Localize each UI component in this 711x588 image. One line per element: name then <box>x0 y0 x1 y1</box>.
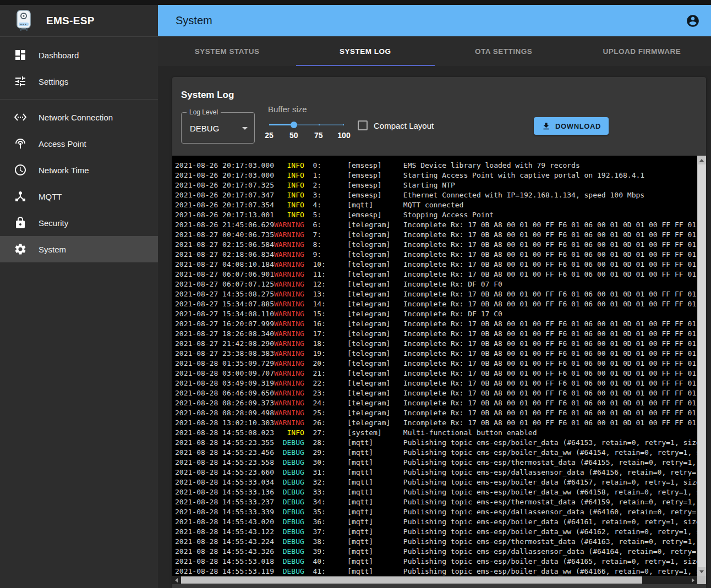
slider-scale: 25 50 75 100 <box>269 131 344 141</box>
scroll-left-button[interactable] <box>172 576 181 584</box>
page-title: System <box>176 14 686 27</box>
account-circle-icon[interactable] <box>686 14 700 28</box>
log-level-label: Log Level <box>187 108 221 116</box>
clock-icon <box>14 163 27 177</box>
sidebar-nav: Dashboard Settings Network Connection Ac… <box>0 37 158 262</box>
scroll-up-button[interactable] <box>697 156 706 164</box>
card-title: System Log <box>181 90 234 101</box>
ethernet-icon <box>14 111 27 124</box>
log-entry: 2021-08-28 01:35:09.729WARNING 20: [tele… <box>175 359 697 369</box>
log-level-select[interactable]: Log Level DEBUG <box>181 112 255 144</box>
log-entry: 2021-08-28 14:55:23.660 DEBUG 31: [mqtt]… <box>175 468 697 477</box>
sidebar-item-settings[interactable]: Settings <box>0 68 158 95</box>
slider-tick-label: 75 <box>314 131 323 140</box>
log-entry: 2021-08-28 14:55:33.136 DEBUG 33: [mqtt]… <box>175 487 697 497</box>
triangle-down-icon <box>699 570 704 573</box>
horizontal-scrollbar[interactable] <box>172 576 697 584</box>
log-entry: 2021-08-27 16:20:07.999WARNING 16: [tele… <box>175 319 697 329</box>
tab-system-log[interactable]: SYSTEM LOG <box>296 36 434 66</box>
log-entry: 2021-08-26 20:17:13.001 INFO 5: [emsesp]… <box>175 210 697 220</box>
download-button-label: DOWNLOAD <box>555 122 601 130</box>
device-hub-icon <box>14 190 27 203</box>
dashboard-icon <box>14 48 27 62</box>
tab-system-status[interactable]: SYSTEM STATUS <box>158 36 296 66</box>
log-console: 2021-08-26 20:17:03.000 INFO 0: [emsesp]… <box>172 156 706 584</box>
sidebar-item-security[interactable]: Security <box>0 210 158 236</box>
boiler-logo-icon <box>15 9 32 32</box>
log-entry: 2021-08-27 18:26:08.340WARNING 17: [tele… <box>175 329 697 339</box>
triangle-left-icon <box>175 578 178 582</box>
log-entry: 2021-08-28 08:28:09.498WARNING 25: [tele… <box>175 408 697 418</box>
log-entry: 2021-08-28 03:00:09.707WARNING 21: [tele… <box>175 369 697 378</box>
tune-icon <box>14 75 27 88</box>
app-name: EMS-ESP <box>46 15 95 27</box>
download-button[interactable]: DOWNLOAD <box>534 117 609 135</box>
log-entry: 2021-08-28 14:55:53.119 DEBUG 41: [mqtt]… <box>175 567 697 576</box>
sidebar-item-system[interactable]: System <box>0 236 158 262</box>
vertical-scrollbar[interactable] <box>697 156 706 576</box>
slider-tick-label: 50 <box>289 131 298 140</box>
chevron-down-icon <box>242 127 248 130</box>
sidebar-item-label: Network Connection <box>39 113 113 122</box>
download-icon <box>542 122 551 131</box>
horizontal-scroll-thumb[interactable] <box>181 576 642 584</box>
log-entry: 2021-08-27 06:07:07.125WARNING 12: [tele… <box>175 279 697 289</box>
log-entry: 2021-08-26 20:17:07.325 INFO 2: [emsesp]… <box>175 180 697 190</box>
sidebar-item-mqtt[interactable]: MQTT <box>0 183 158 210</box>
log-entry: 2021-08-26 20:17:03.000 INFO 1: [emsesp]… <box>175 171 697 180</box>
log-entry: 2021-08-27 04:08:10.184WARNING 10: [tele… <box>175 260 697 270</box>
log-entry: 2021-08-27 06:07:06.901WARNING 11: [tele… <box>175 270 697 279</box>
log-entry: 2021-08-27 14:35:08.275WARNING 13: [tele… <box>175 289 697 299</box>
sidebar-item-network-time[interactable]: Network Time <box>0 157 158 183</box>
tab-bar: SYSTEM STATUS SYSTEM LOG OTA SETTINGS UP… <box>158 36 711 66</box>
sidebar-item-label: System <box>39 245 66 254</box>
app-logo-area: EMS-ESP <box>0 5 158 37</box>
tab-upload-firmware[interactable]: UPLOAD FIRMWARE <box>573 36 711 66</box>
log-lines: 2021-08-26 20:17:03.000 INFO 0: [emsesp]… <box>172 156 697 576</box>
log-entry: 2021-08-28 14:55:23.558 DEBUG 30: [mqtt]… <box>175 458 697 468</box>
scrollbar-corner <box>697 576 706 584</box>
buffer-size-slider[interactable] <box>269 121 344 129</box>
triangle-up-icon <box>699 159 704 162</box>
log-entry: 2021-08-28 14:55:33.339 DEBUG 35: [mqtt]… <box>175 507 697 517</box>
gear-icon <box>14 243 27 256</box>
log-entry: 2021-08-28 14:55:43.224 DEBUG 38: [mqtt]… <box>175 537 697 547</box>
log-entry: 2021-08-27 02:18:06.834WARNING 9: [teleg… <box>175 250 697 260</box>
main-content: System Log Log Level DEBUG Buffer size 2… <box>158 66 711 588</box>
log-entry: 2021-08-28 14:55:43.122 DEBUG 37: [mqtt]… <box>175 527 697 537</box>
slider-mark <box>319 124 320 125</box>
sidebar-item-label: Dashboard <box>39 51 79 60</box>
app-header: System <box>158 5 711 36</box>
sidebar-item-network-connection[interactable]: Network Connection <box>0 104 158 130</box>
log-entry: 2021-08-28 14:55:08.023 INFO 27: [system… <box>175 428 697 438</box>
scroll-right-button[interactable] <box>689 576 697 584</box>
vertical-scroll-thumb[interactable] <box>698 164 705 567</box>
sidebar-item-label: MQTT <box>39 192 62 201</box>
sidebar-item-label: Network Time <box>39 166 89 175</box>
slider-tick-label: 100 <box>337 131 350 140</box>
tab-ota-settings[interactable]: OTA SETTINGS <box>435 36 573 66</box>
log-entry: 2021-08-26 20:17:03.000 INFO 0: [emsesp]… <box>175 161 697 171</box>
slider-mark <box>343 124 344 125</box>
log-entry: 2021-08-28 14:55:33.237 DEBUG 34: [mqtt]… <box>175 497 697 507</box>
log-entry: 2021-08-28 14:55:23.355 DEBUG 28: [mqtt]… <box>175 438 697 448</box>
log-entry: 2021-08-26 20:17:07.354 INFO 4: [mqtt] M… <box>175 200 697 210</box>
log-entry: 2021-08-27 15:34:07.885WARNING 14: [tele… <box>175 299 697 309</box>
log-entry: 2021-08-28 14:55:43.326 DEBUG 39: [mqtt]… <box>175 547 697 557</box>
sidebar-item-access-point[interactable]: Access Point <box>0 130 158 157</box>
buffer-size-label: Buffer size <box>268 105 307 114</box>
log-entry: 2021-08-28 06:46:09.650WARNING 23: [tele… <box>175 388 697 398</box>
log-entry: 2021-08-28 14:55:33.034 DEBUG 32: [mqtt]… <box>175 477 697 487</box>
sidebar-divider <box>0 99 158 100</box>
log-entry: 2021-08-27 23:38:08.383WARNING 19: [tele… <box>175 349 697 359</box>
log-entry: 2021-08-26 21:45:06.629WARNING 6: [teleg… <box>175 220 697 230</box>
log-entry: 2021-08-28 14:55:53.018 DEBUG 40: [mqtt]… <box>175 557 697 567</box>
triangle-right-icon <box>692 578 694 582</box>
log-entry: 2021-08-28 13:02:10.303WARNING 26: [tele… <box>175 418 697 428</box>
log-entry: 2021-08-27 02:15:06.584WARNING 8: [teleg… <box>175 240 697 250</box>
scroll-down-button[interactable] <box>697 567 706 576</box>
log-entry: 2021-08-27 21:42:08.290WARNING 18: [tele… <box>175 339 697 349</box>
slider-thumb[interactable] <box>291 122 297 128</box>
sidebar-item-dashboard[interactable]: Dashboard <box>0 42 158 68</box>
compact-layout-checkbox[interactable] <box>358 120 368 130</box>
